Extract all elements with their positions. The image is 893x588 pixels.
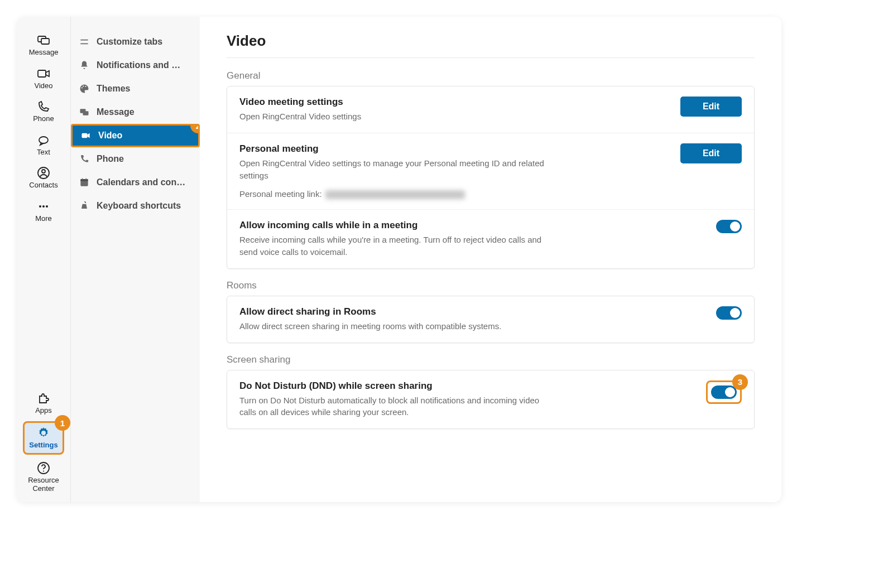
nav-phone[interactable]: Phone (23, 97, 64, 127)
svg-point-7 (46, 205, 48, 208)
row-personal-meeting: Personal meeting Open RingCentral Video … (227, 133, 754, 210)
toggle-dnd-highlight: 3 (706, 380, 742, 404)
hamburger-icon (79, 36, 90, 47)
nav-resource-center-label: Resource Center (23, 476, 64, 493)
row-desc: Open RingCentral Video settings (239, 110, 546, 123)
nav-contacts-label: Contacts (29, 181, 57, 190)
callout-badge-1: 1 (55, 415, 70, 431)
settings-item-label: Message (97, 107, 135, 117)
settings-item-label: Video (98, 131, 122, 141)
section-label-rooms: Rooms (227, 280, 755, 291)
nav-video-label: Video (34, 81, 52, 90)
row-direct-sharing-rooms: Allow direct sharing in Rooms Allow dire… (227, 296, 754, 343)
svg-point-15 (85, 86, 86, 87)
svg-rect-1 (41, 38, 49, 44)
blurred-link (325, 190, 465, 199)
svg-point-8 (42, 431, 45, 435)
nav-phone-label: Phone (33, 114, 54, 123)
row-title: Allow incoming calls while in a meeting (239, 220, 703, 231)
text-icon (36, 133, 51, 147)
svg-rect-21 (82, 179, 83, 180)
svg-point-14 (83, 85, 84, 86)
main-content: Video General Video meeting settings Ope… (200, 17, 781, 502)
edit-button[interactable]: Edit (680, 97, 742, 117)
svg-rect-20 (80, 179, 88, 181)
nav-text[interactable]: Text (23, 130, 64, 160)
row-title: Allow direct sharing in Rooms (239, 306, 703, 317)
settings-item-phone[interactable]: Phone (71, 147, 200, 171)
settings-item-notifications[interactable]: Notifications and … (71, 54, 200, 77)
edit-button[interactable]: Edit (680, 143, 742, 163)
gear-icon (36, 426, 51, 440)
row-title: Personal meeting (239, 143, 667, 155)
row-allow-incoming-calls: Allow incoming calls while in a meeting … (227, 209, 754, 268)
personal-meeting-link: Personal meeting link: (239, 189, 667, 199)
section-label-general: General (227, 70, 755, 81)
row-desc: Allow direct screen sharing in meeting r… (239, 320, 546, 332)
svg-point-10 (43, 470, 44, 471)
row-desc: Receive incoming calls while you're in a… (239, 234, 546, 258)
svg-rect-17 (83, 111, 89, 115)
nav-rail: Message Video Phone Text Contacts More (17, 17, 70, 502)
nav-apps-label: Apps (35, 406, 52, 415)
toggle-direct-sharing-rooms[interactable] (716, 306, 742, 320)
callout-badge-2: 2 (190, 124, 200, 133)
help-icon (36, 461, 51, 475)
contacts-icon (36, 166, 51, 180)
settings-item-label: Notifications and … (97, 60, 180, 70)
nav-settings-label: Settings (29, 441, 57, 450)
nav-contacts[interactable]: Contacts (23, 163, 64, 193)
video-icon (36, 67, 51, 80)
settings-item-keyboard[interactable]: Keyboard shortcuts (71, 194, 200, 218)
card-general: Video meeting settings Open RingCentral … (227, 86, 755, 269)
nav-settings[interactable]: Settings 1 (23, 421, 64, 455)
toggle-dnd-screen-sharing[interactable] (711, 385, 737, 399)
settings-item-label: Keyboard shortcuts (97, 201, 181, 211)
nav-message[interactable]: Message (23, 30, 64, 60)
nav-more[interactable]: More (23, 196, 64, 226)
card-rooms: Allow direct sharing in Rooms Allow dire… (227, 296, 755, 343)
svg-rect-22 (86, 179, 87, 180)
svg-point-5 (39, 205, 41, 208)
message-icon (36, 33, 51, 47)
settings-item-video[interactable]: Video 2 (71, 124, 200, 147)
settings-item-calendars[interactable]: Calendars and con… (71, 171, 200, 194)
card-screen-sharing: Do Not Disturb (DND) while screen sharin… (227, 370, 755, 430)
calendar-icon (79, 177, 90, 188)
settings-item-label: Themes (97, 84, 130, 94)
nav-resource-center[interactable]: Resource Center (23, 458, 64, 497)
svg-point-13 (81, 87, 83, 88)
svg-rect-2 (38, 70, 46, 77)
row-title: Video meeting settings (239, 97, 667, 108)
row-video-meeting-settings: Video meeting settings Open RingCentral … (227, 86, 754, 133)
section-label-screen-sharing: Screen sharing (227, 354, 755, 365)
row-desc: Turn on Do Not Disturb automatically to … (239, 394, 546, 419)
bell-icon (79, 60, 90, 71)
nav-video[interactable]: Video (23, 64, 64, 94)
settings-sidebar: Customize tabs Notifications and … Theme… (70, 17, 200, 502)
callout-badge-3: 3 (732, 374, 748, 390)
nav-more-label: More (35, 214, 52, 223)
settings-item-message[interactable]: Message (71, 100, 200, 124)
palette-icon (79, 83, 90, 94)
nav-text-label: Text (37, 148, 50, 157)
settings-item-customize-tabs[interactable]: Customize tabs (71, 30, 200, 54)
row-desc: Open RingCentral Video settings to manag… (239, 157, 546, 182)
settings-item-label: Phone (97, 154, 124, 164)
nav-message-label: Message (29, 48, 59, 57)
page-title: Video (227, 32, 755, 58)
svg-rect-18 (82, 133, 88, 138)
nav-apps[interactable]: Apps (23, 388, 64, 418)
phone-icon (79, 153, 90, 165)
chat-icon (79, 107, 90, 118)
settings-item-label: Calendars and con… (97, 177, 185, 187)
toggle-allow-incoming-calls[interactable] (716, 220, 742, 233)
row-title: Do Not Disturb (DND) while screen sharin… (239, 380, 693, 392)
settings-item-themes[interactable]: Themes (71, 77, 200, 100)
svg-point-4 (42, 170, 45, 173)
video-icon (80, 130, 92, 141)
row-dnd-screen-sharing: Do Not Disturb (DND) while screen sharin… (227, 370, 754, 429)
svg-point-6 (42, 205, 45, 208)
app-window: Message Video Phone Text Contacts More (17, 17, 781, 502)
settings-item-label: Customize tabs (97, 37, 162, 47)
